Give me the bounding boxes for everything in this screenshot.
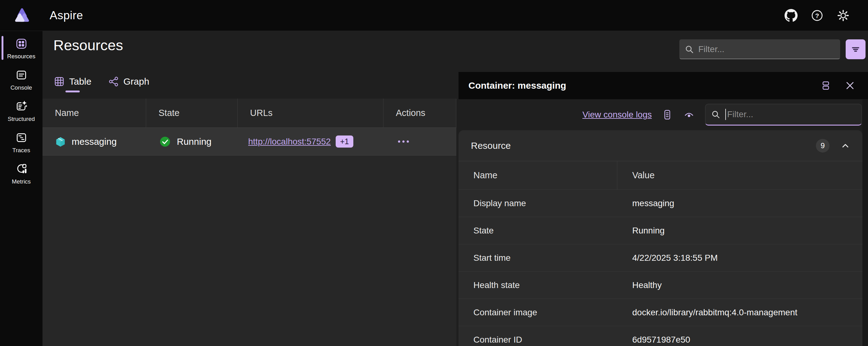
svg-text:?: ? — [815, 12, 819, 19]
column-header-name: Name — [42, 99, 146, 127]
sidebar-item-label: Resources — [7, 53, 35, 60]
split-panel-icon[interactable] — [820, 80, 831, 91]
settings-gear-icon[interactable] — [836, 9, 850, 22]
detail-column-name: Name — [473, 161, 617, 189]
table-grid-icon — [54, 76, 64, 87]
column-header-urls: URLs — [237, 99, 383, 127]
sidebar-item-label: Structured — [8, 116, 35, 122]
more-actions-button[interactable] — [398, 140, 409, 143]
sidebar-item-metrics[interactable]: Metrics — [0, 158, 42, 189]
resource-name: messaging — [72, 136, 117, 147]
detail-label: State — [473, 217, 617, 244]
resources-grid-icon — [15, 37, 28, 50]
resources-table: Name State URLs Actions messaging — [42, 99, 456, 346]
metrics-chart-icon — [15, 162, 28, 176]
resource-actions-cell — [383, 128, 456, 155]
detail-row-health-state: Health state Healthy — [459, 272, 862, 299]
detail-filter-placeholder: Filter... — [727, 109, 753, 119]
detail-row-state: State Running — [459, 217, 862, 244]
detail-value: 6d9571987e50 — [617, 326, 862, 346]
detail-row-display-name: Display name messaging — [459, 190, 862, 217]
resource-section-header[interactable]: Resource 9 — [459, 130, 862, 161]
resources-table-header: Name State URLs Actions — [42, 99, 456, 128]
sidebar-item-resources[interactable]: Resources — [0, 33, 42, 64]
detail-value: Running — [617, 217, 862, 244]
running-check-icon — [159, 135, 171, 148]
detail-filter-input[interactable]: Filter... — [705, 104, 862, 126]
page-title: Resources — [53, 37, 123, 54]
table-row-messaging[interactable]: messaging Running http://localhost:57552… — [42, 128, 456, 156]
detail-panel-toolbar: View console logs Filter... — [459, 99, 868, 130]
watch-values-eye-icon[interactable] — [683, 108, 695, 121]
tab-graph[interactable]: Graph — [107, 74, 151, 92]
search-icon — [685, 45, 694, 54]
detail-column-value: Value — [617, 161, 862, 189]
detail-value: Healthy — [617, 272, 862, 298]
app-title: Aspire — [50, 9, 83, 22]
detail-row-start-time: Start time 4/22/2025 3:18:55 PM — [459, 244, 862, 272]
detail-label: Display name — [473, 190, 617, 217]
detail-table-header: Name Value — [459, 161, 862, 190]
top-bar: Aspire ? — [0, 0, 868, 31]
close-icon[interactable] — [844, 80, 856, 91]
detail-value: 4/22/2025 3:18:55 PM — [617, 244, 862, 271]
resources-filter-group — [679, 39, 866, 59]
detail-label: Health state — [473, 272, 617, 298]
tab-table[interactable]: Table — [53, 74, 93, 92]
column-header-state: State — [146, 99, 237, 127]
sidebar-nav: Resources Console Structured — [0, 31, 42, 346]
search-icon — [711, 110, 720, 119]
more-urls-badge[interactable]: +1 — [336, 135, 353, 148]
panel-scrollbar-track[interactable] — [862, 99, 868, 346]
resource-state: Running — [177, 136, 212, 147]
sidebar-item-structured[interactable]: Structured — [0, 95, 42, 127]
property-count-badge: 9 — [816, 139, 830, 153]
tab-label: Table — [69, 76, 92, 87]
detail-value: docker.io/library/rabbitmq:4.0-managemen… — [617, 299, 862, 326]
column-header-actions: Actions — [383, 99, 456, 127]
traces-gantt-icon — [15, 131, 28, 144]
sidebar-item-label: Metrics — [12, 178, 31, 185]
detail-label: Container image — [473, 299, 617, 326]
detail-label: Start time — [473, 244, 617, 271]
container-package-icon — [55, 136, 66, 147]
detail-row-container-image: Container image docker.io/library/rabbit… — [459, 299, 862, 326]
resource-urls-cell: http://localhost:57552 +1 — [237, 128, 383, 155]
filter-button[interactable] — [846, 39, 866, 59]
console-icon — [15, 68, 28, 82]
detail-panel-title: Container: messaging — [468, 80, 566, 91]
aspire-dashboard: Aspire ? — [0, 0, 868, 346]
detail-label: Container ID — [473, 326, 617, 346]
github-icon[interactable] — [784, 9, 798, 22]
view-console-logs-link[interactable]: View console logs — [582, 110, 652, 120]
detail-row-container-id: Container ID 6d9571987e50 — [459, 326, 862, 346]
sidebar-item-label: Traces — [12, 147, 30, 154]
resource-url-link[interactable]: http://localhost:57552 — [248, 137, 331, 147]
resource-section-title: Resource — [471, 140, 510, 151]
resources-filter-input[interactable] — [698, 44, 835, 54]
log-document-icon[interactable] — [661, 108, 674, 121]
graph-share-icon — [108, 76, 119, 87]
resource-state-cell: Running — [146, 128, 237, 155]
tab-label: Graph — [123, 76, 149, 87]
sidebar-item-label: Console — [10, 84, 32, 91]
aspire-logo-icon — [14, 7, 30, 24]
structured-logs-icon — [15, 100, 28, 113]
detail-panel-header: Container: messaging — [459, 72, 868, 99]
help-icon[interactable]: ? — [810, 9, 824, 22]
view-tabs: Table Graph — [53, 74, 151, 92]
detail-panel: Container: messaging View console logs — [459, 72, 868, 346]
resources-filter-field — [679, 39, 840, 59]
sidebar-item-traces[interactable]: Traces — [0, 127, 42, 158]
chevron-up-icon[interactable] — [841, 141, 850, 150]
resource-name-cell: messaging — [42, 128, 146, 155]
sidebar-item-console[interactable]: Console — [0, 64, 42, 95]
filter-lines-icon — [850, 44, 861, 55]
text-caret — [725, 109, 726, 120]
resource-details-card: Resource 9 Name Value Display name messa… — [459, 130, 862, 346]
topbar-actions: ? — [784, 9, 868, 22]
detail-value: messaging — [617, 190, 862, 217]
